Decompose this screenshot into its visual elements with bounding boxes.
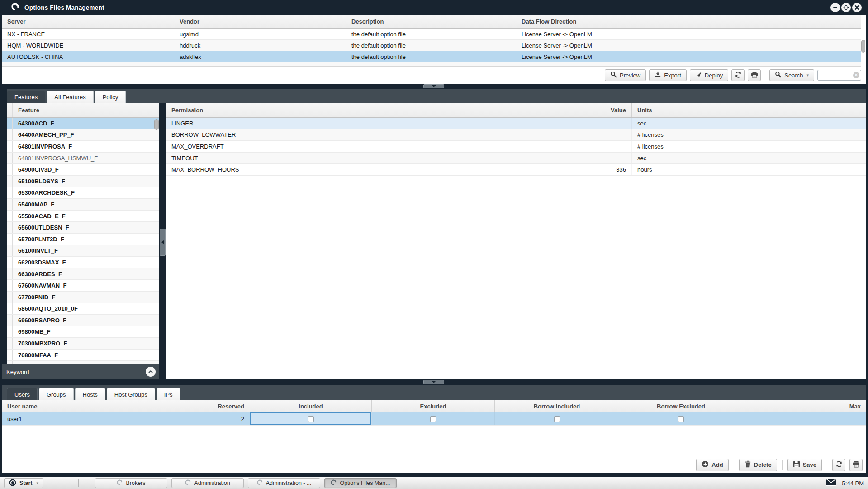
permission-row[interactable]: MAX_OVERDRAFT# licenses [166,141,866,153]
export-button[interactable]: Export [649,69,687,81]
feature-list-item[interactable]: 65400MAP_F [7,199,159,211]
server-row[interactable]: AUTODESK - CHINAadskflexthe default opti… [2,51,861,62]
feature-list-item[interactable]: 65700PLNT3D_F [7,234,159,245]
task-label: Options Files Man... [340,480,390,486]
feature-list-item[interactable]: 65100BLDSYS_F [7,176,159,187]
feature-list-item[interactable]: 65500ACAD_E_F [7,211,159,222]
permission-row[interactable]: LINGERsec [166,118,866,129]
tab-groups[interactable]: Groups [39,388,74,400]
row-gutter [7,164,13,175]
collapse-up-icon[interactable] [146,367,156,377]
cell-direction: License Server -> OpenLM [516,40,861,51]
task-button[interactable]: Administration [171,478,244,488]
server-row[interactable]: AUTODESK - CHINAadskflexthe default opti… [2,62,861,67]
feature-list-item[interactable]: 64900CIV3D_F [7,164,159,176]
feature-list-item[interactable]: 64801INVPROSA_HSMWU_F [7,153,159,164]
tab-users[interactable]: Users [7,388,38,400]
add-button[interactable]: Add [696,459,728,471]
search-button[interactable]: Search ▾ [769,69,814,81]
tab-ips[interactable]: IPs [157,388,180,400]
feature-list-item[interactable]: 64801INVPROSA_F [7,141,159,153]
splitter-grip[interactable] [423,380,444,384]
feature-list-item[interactable]: 69600RSAPRO_F [7,315,159,326]
maximize-button[interactable] [841,3,851,12]
cell-vendor: adskflex [174,62,346,67]
permission-row[interactable]: TIMEOUTsec [166,153,866,164]
print-button[interactable] [849,459,863,471]
delete-button[interactable]: Delete [739,459,777,471]
cell-units: sec [632,118,866,129]
checkbox-included[interactable] [308,416,314,422]
splitter-grip[interactable] [160,229,166,256]
task-button[interactable]: Brokers [95,478,167,488]
tab-host-groups[interactable]: Host Groups [107,388,155,400]
deploy-button[interactable]: Deploy [690,69,728,81]
task-button[interactable]: Administration - ... [248,478,320,488]
cell-units: # licenses [632,129,866,141]
tab-features[interactable]: Features [7,91,45,103]
clear-icon[interactable]: ✕ [853,72,859,78]
save-button[interactable]: Save [787,459,822,471]
column-header: Included [250,400,372,412]
feature-list-item[interactable]: 68600AQTO_2010_0F [7,303,159,315]
feature-name: 77400MFIA_F [13,361,159,364]
row-gutter [7,338,13,349]
server-row[interactable]: HQM - WORLDWIDEhddruckthe default option… [2,40,861,51]
users-table: User nameReservedIncludedExcludedBorrow … [2,400,866,426]
permission-row[interactable]: MAX_BORROW_HOURS336hours [166,164,866,176]
refresh-button[interactable] [731,69,745,81]
close-button[interactable] [852,3,862,12]
feature-list-header: Feature [7,103,159,118]
feature-list-item[interactable]: 64300ACD_F [7,118,159,129]
feature-list-item[interactable]: 67600NAVMAN_F [7,280,159,292]
feature-list-item[interactable]: 66100INVLT_F [7,245,159,257]
feature-name: 64900CIV3D_F [13,164,159,175]
search-icon [775,71,782,79]
tab-hosts[interactable]: Hosts [75,388,105,400]
permission-row[interactable]: BORROW_LOWWATER# licenses [166,129,866,141]
tab-policy[interactable]: Policy [95,91,126,103]
task-label: Brokers [126,480,145,486]
column-header: Description [346,15,516,28]
start-button[interactable]: Start ▾ [4,478,43,488]
feature-name: 65600UTLDESN_F [13,222,159,233]
server-row[interactable]: NX - FRANCEugslmdthe default option file… [2,29,861,40]
refresh-button[interactable] [832,459,845,471]
feature-list-item[interactable]: 70300MBXPRO_F [7,338,159,350]
checkbox-borrow-excluded[interactable] [678,416,684,422]
splitter-grip[interactable] [423,84,444,88]
feature-scrollbar-thumb[interactable] [154,119,159,130]
cell-server: HQM - WORLDWIDE [2,40,174,51]
feature-list-item[interactable]: 64400AMECH_PP_F [7,129,159,141]
preview-button[interactable]: Preview [605,69,646,81]
feature-list-item[interactable]: 662003DSMAX_F [7,257,159,268]
servers-scrollbar-thumb[interactable] [861,40,865,53]
user-row[interactable]: user12 [2,412,866,426]
column-header: Borrow Excluded [619,400,743,412]
feature-list-item[interactable]: 69800MB_F [7,326,159,338]
app-logo-icon [257,479,263,487]
feature-tabbar: FeaturesAll FeaturesPolicy [0,89,868,103]
minimize-button[interactable] [830,3,840,12]
feature-list-item[interactable]: 67700PNID_F [7,292,159,303]
feature-list-item[interactable]: 66300ARDES_F [7,268,159,280]
search-field-wrap: ✕ [817,70,861,81]
envelope-icon[interactable] [826,479,836,488]
tab-all-features[interactable]: All Features [47,91,93,103]
column-header: Value [399,103,632,117]
feature-list-item[interactable]: 65600UTLDESN_F [7,222,159,234]
feature-list-item[interactable]: 65300ARCHDESK_F [7,187,159,199]
cell-user-name: user1 [2,412,126,425]
column-header: Reserved [126,400,250,412]
actionbar-separator [734,460,734,470]
print-button[interactable] [748,69,761,81]
task-button[interactable]: Options Files Man... [324,478,397,488]
checkbox-excluded[interactable] [430,416,436,422]
row-gutter [7,245,13,257]
keyword-bar[interactable]: Keyword [2,364,159,379]
checkbox-borrow-included[interactable] [554,416,560,422]
feature-list-item[interactable]: 77400MFIA_F [7,361,159,364]
trash-icon [745,460,751,469]
permissions-header: PermissionValueUnits [166,103,866,118]
feature-list-item[interactable]: 76800MFAA_F [7,350,159,361]
